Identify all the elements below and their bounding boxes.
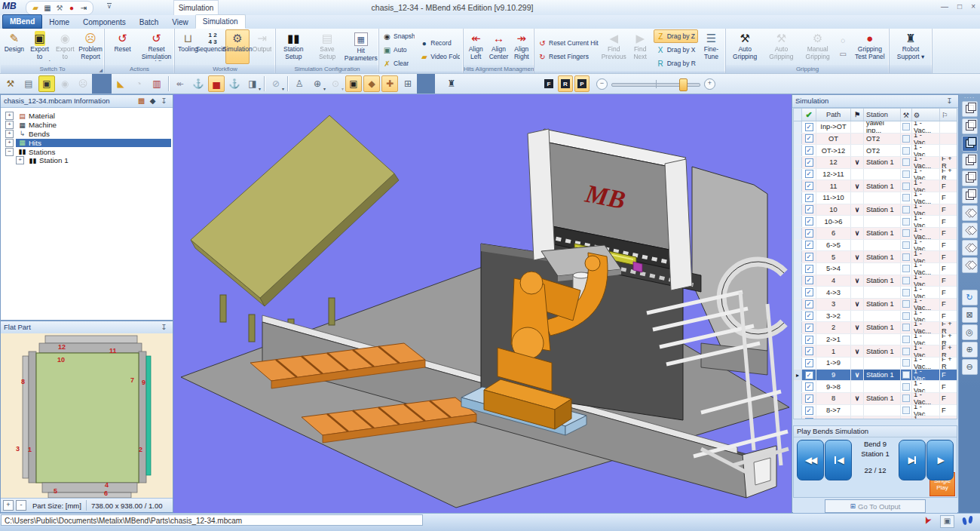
tool-checkbox[interactable] <box>902 194 910 201</box>
tool-cell[interactable] <box>901 180 912 192</box>
tool-checkbox[interactable] <box>902 419 910 419</box>
viewer-icon[interactable]: ◉ <box>57 75 73 92</box>
design-tool-icon[interactable]: ⚒ <box>2 75 19 92</box>
sequence-row[interactable]: ✓Inp->OTyawei inp...1 - Vac... <box>794 121 957 134</box>
enabled-cell[interactable]: ✓ <box>802 121 816 133</box>
find-next-button[interactable]: ▶Find Next <box>627 29 654 70</box>
sequence-row[interactable]: ✓9->81 - Vac...F <box>794 381 957 393</box>
chevron-cell[interactable] <box>851 405 864 416</box>
design-button[interactable]: ✎Design <box>2 29 27 64</box>
row-checkbox[interactable]: ✓ <box>805 418 813 419</box>
tree-expander-icon[interactable]: − <box>5 148 14 156</box>
sequence-row[interactable]: ✓10∨Station 11 - Vac...F <box>794 204 957 216</box>
show-f-button[interactable]: F <box>541 75 556 92</box>
flat-part-preview[interactable]: 121110879312546 <box>1 333 173 499</box>
refresh-view-icon[interactable]: ↻ <box>962 290 978 305</box>
chevron-cell[interactable] <box>851 311 864 322</box>
enabled-cell[interactable]: ✓ <box>802 370 816 381</box>
row-checkbox[interactable]: ✓ <box>805 347 813 355</box>
chevron-cell[interactable] <box>851 145 864 156</box>
sequence-row[interactable]: ✓6∨Station 11 - Vac...F <box>794 228 957 240</box>
part-info-icon[interactable]: ▤ <box>20 75 37 92</box>
save-state-icon[interactable]: ▣ <box>940 515 954 528</box>
station-setup-button[interactable]: ▮▮Station Setup <box>277 29 311 64</box>
view-left-icon[interactable] <box>962 170 978 186</box>
enabled-cell[interactable]: ✓ <box>802 169 816 180</box>
next-hit-icon[interactable]: ⚓ <box>226 75 243 92</box>
slider-track[interactable] <box>611 78 700 89</box>
slider-thumb[interactable] <box>679 78 688 91</box>
row-checkbox[interactable]: ✓ <box>805 382 813 391</box>
enabled-cell[interactable]: ✓ <box>802 251 816 262</box>
sequence-row[interactable]: ✓1∨Station 11 - Vac...F + R <box>794 345 957 358</box>
tool-cell[interactable] <box>901 393 912 404</box>
tool-checkbox[interactable] <box>902 348 910 355</box>
tree-expander-icon[interactable]: + <box>16 156 24 164</box>
tree-expander-icon[interactable]: + <box>5 130 14 138</box>
chevron-cell[interactable]: ∨ <box>851 275 864 287</box>
chevron-cell[interactable] <box>851 334 864 345</box>
view-iso-3-icon[interactable] <box>962 240 978 256</box>
tool-cell[interactable] <box>901 311 912 322</box>
sequencing-icon[interactable]: ◔ <box>130 75 147 92</box>
auto-button[interactable]: ▣Auto <box>380 43 417 57</box>
drag-by-x-button[interactable]: XDrag by X <box>654 43 698 57</box>
zoom-in-button[interactable]: + <box>3 500 14 511</box>
tree-item-hits[interactable]: +▦Hits <box>2 138 171 147</box>
tool-checkbox[interactable] <box>902 147 910 155</box>
chevron-cell[interactable]: ∨ <box>851 299 864 310</box>
zoom-out-button[interactable]: − <box>596 78 608 90</box>
row-checkbox[interactable]: ✓ <box>805 359 813 367</box>
sequence-row[interactable]: ✓10->61 - Vac...F <box>794 216 957 228</box>
row-checkbox[interactable]: ✓ <box>805 182 813 190</box>
sequence-row[interactable]: ✓3->21 - Vac...F <box>794 311 957 323</box>
tool-checkbox[interactable] <box>902 183 910 190</box>
simulation-button[interactable]: ⚙Simulation <box>225 29 250 64</box>
tool-checkbox[interactable] <box>902 206 910 213</box>
problem-report-button[interactable]: ☹Problem Report <box>78 29 103 64</box>
enabled-cell[interactable]: ✓ <box>802 287 816 298</box>
chevron-cell[interactable]: ∨ <box>851 228 864 239</box>
tree-expander-icon[interactable]: + <box>5 112 14 120</box>
first-hit-icon[interactable]: ↞ <box>172 75 188 92</box>
sequence-row[interactable]: ✓3∨Station 11 - Vac...F <box>794 299 957 311</box>
tree-item-stations[interactable]: −▮▮Stations <box>2 147 171 156</box>
tool-checkbox[interactable] <box>902 312 910 320</box>
enabled-cell[interactable]: ✓ <box>802 216 816 227</box>
tools-icon[interactable]: ⚒ <box>54 2 66 14</box>
rewind-button[interactable]: ◀◀ <box>797 440 824 480</box>
hit-parameters-button[interactable]: ▦Hit Parameters <box>344 29 378 64</box>
exit-icon[interactable]: ⇥ <box>78 2 90 14</box>
enabled-cell[interactable]: ✓ <box>802 228 816 239</box>
simulation-3d-viewport[interactable]: MB <box>173 94 792 513</box>
row-checkbox[interactable]: ✓ <box>805 407 813 415</box>
robot-panel-icon[interactable]: ♜ <box>443 75 460 92</box>
pin-icon[interactable]: ↧ <box>158 95 170 107</box>
row-checkbox[interactable]: ✓ <box>805 312 813 320</box>
lasso1-button[interactable]: ◌ <box>836 33 852 47</box>
align-left-button[interactable]: ↞Align Left <box>464 29 487 64</box>
tool-checkbox[interactable] <box>902 158 910 166</box>
enabled-cell[interactable]: ✓ <box>802 381 816 392</box>
show-fingers-icon[interactable]: ◆ <box>363 75 380 92</box>
footprints-icon[interactable] <box>962 516 974 526</box>
gripping-test-panel-button[interactable]: ●Gripping Test Panel <box>852 29 888 64</box>
fine-tune-button[interactable]: ☰Fine-Tune <box>698 29 724 70</box>
tool-checkbox[interactable] <box>902 253 910 261</box>
step-back-button[interactable]: ◀ <box>825 440 852 480</box>
enabled-cell[interactable]: ✓ <box>802 345 816 357</box>
tool-checkbox[interactable] <box>902 394 910 402</box>
tab-components[interactable]: Components <box>76 16 133 29</box>
tool-checkbox[interactable] <box>902 359 910 367</box>
row-checkbox[interactable]: ✓ <box>805 170 813 178</box>
close-button[interactable]: × <box>971 2 975 12</box>
sequence-row[interactable]: ✓2->11 - Vac...F + R <box>794 334 957 346</box>
lasso2-button[interactable]: ▭ <box>836 47 852 60</box>
view-right-icon[interactable] <box>962 188 978 204</box>
tool-checkbox[interactable] <box>902 324 910 331</box>
drag-by-r-button[interactable]: RDrag by R <box>654 57 698 70</box>
tool-checkbox[interactable] <box>902 229 910 237</box>
row-checkbox[interactable]: ✓ <box>805 134 813 143</box>
tool-cell[interactable] <box>901 228 912 239</box>
tab-view[interactable]: View <box>165 16 195 29</box>
